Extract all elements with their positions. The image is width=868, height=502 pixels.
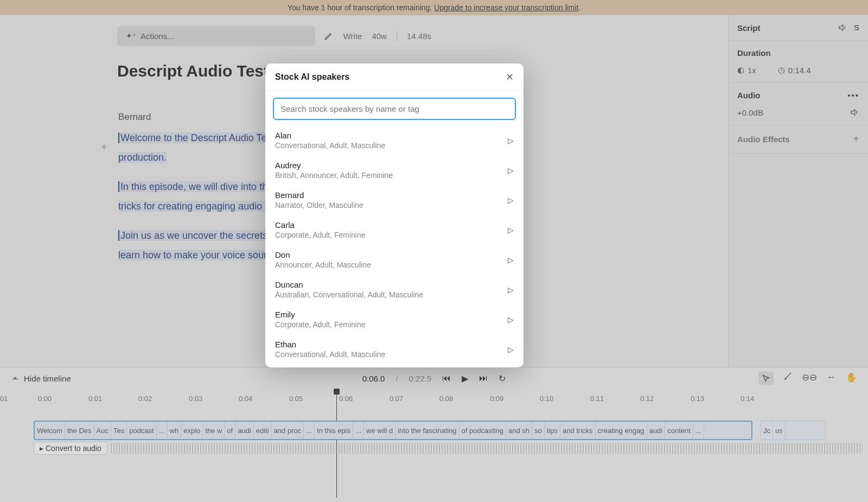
ruler-tick: 0:07 [390, 395, 403, 403]
ruler-tick: 0:00 [38, 395, 52, 403]
ruler-tick: 0:08 [439, 395, 453, 403]
ruler-tick: 0:13 [691, 395, 704, 403]
clip-word[interactable]: Tes [111, 422, 127, 439]
speaker-name: Carla [275, 220, 366, 230]
clip-word[interactable]: ... [353, 422, 364, 439]
search-input[interactable] [273, 98, 516, 120]
play-preview-button[interactable]: ▷ [508, 315, 514, 324]
blade-tool-button[interactable] [783, 372, 792, 385]
speaker-item[interactable]: EmilyCorporate, Adult, Feminine▷ [265, 304, 524, 334]
speaker-item[interactable]: DuncanAustralian, Conversational, Adult,… [265, 275, 524, 304]
clip-word[interactable]: and tricks [560, 422, 596, 439]
speaker-name: Audrey [275, 161, 393, 170]
convert-to-audio-button[interactable]: ▸ Convert to audio [34, 442, 107, 455]
s-badge[interactable]: S [854, 23, 859, 33]
current-time: 0:06.0 [362, 374, 385, 383]
actions-button[interactable]: ✦⁺ Actions... [117, 26, 315, 46]
speaker-tags: Australian, Conversational, Adult, Mascu… [275, 290, 423, 299]
speaker-item[interactable]: EthanConversational, Adult, Masculine▷ [265, 334, 524, 364]
hide-timeline-button[interactable]: Hide timeline [11, 374, 71, 383]
stretch-tool-button[interactable]: ↔ [827, 372, 836, 385]
clip-word[interactable]: and sh [506, 422, 532, 439]
volume-icon[interactable] [850, 107, 859, 117]
speaker-item[interactable]: CarlaCorporate, Adult, Feminine▷ [265, 215, 524, 245]
clip-word[interactable]: us [773, 421, 786, 440]
clip-word[interactable]: the Des [65, 422, 94, 439]
select-tool-button[interactable] [758, 372, 774, 385]
plus-icon[interactable]: + [853, 133, 859, 145]
clip-word[interactable]: Jc [761, 421, 773, 440]
ruler-tick: 0:06 [339, 395, 353, 403]
clip-word[interactable]: content [665, 422, 693, 439]
clip-word[interactable]: ... [693, 422, 704, 439]
play-preview-button[interactable]: ▷ [508, 285, 514, 294]
speaker-name: Don [275, 250, 371, 259]
clip-word[interactable]: the w [203, 422, 225, 439]
speaker-tags: Conversational, Adult, Masculine [275, 350, 385, 359]
speaker-name: Alan [275, 131, 385, 140]
convert-label: Convert to audio [46, 444, 101, 453]
auto-tool-button[interactable]: ⊖⊖ [802, 372, 817, 385]
actions-label: Actions... [141, 31, 174, 41]
clip-word[interactable]: so [532, 422, 545, 439]
speaker-item[interactable]: AlanConversational, Adult, Masculine▷ [265, 125, 524, 155]
clip-word[interactable]: Welcom [35, 422, 65, 439]
clip-word[interactable]: into the fascinating [395, 422, 459, 439]
clip-word[interactable]: we will d [364, 422, 395, 439]
play-preview-button[interactable]: ▷ [508, 226, 514, 234]
play-preview-button[interactable]: ▷ [508, 256, 514, 264]
skip-back-button[interactable]: ⏮ [442, 373, 451, 383]
clip-word[interactable]: wh [168, 422, 182, 439]
clip-word[interactable]: tips [545, 422, 560, 439]
add-block-button[interactable]: + [101, 141, 107, 154]
clip-word[interactable]: audi [647, 422, 666, 439]
hand-tool-button[interactable]: ✋ [846, 372, 857, 385]
play-preview-button[interactable]: ▷ [508, 196, 514, 205]
clip-word[interactable]: and proc [272, 422, 304, 439]
banner-text-after: . [578, 3, 580, 12]
clip-word[interactable]: of [225, 422, 235, 439]
play-button[interactable]: ▶ [462, 373, 468, 384]
ruler-tick: 0:14 [741, 395, 754, 403]
clip-word[interactable]: ... [157, 422, 168, 439]
clip-word[interactable]: editi [254, 422, 272, 439]
play-preview-button[interactable]: ▷ [508, 166, 514, 175]
text-clip-track[interactable]: Jcus [761, 421, 826, 440]
write-label[interactable]: Write [343, 31, 362, 41]
clip-word[interactable]: of podcasting [459, 422, 506, 439]
speaker-item[interactable]: GabiPromotional, Adult, Feminine▷ [265, 364, 524, 367]
properties-panel: Script S Duration ◐1x ◷0:14.4 Audio ••• … [728, 15, 868, 367]
speaker-item[interactable]: BernardNarrator, Older, Masculine▷ [265, 185, 524, 215]
play-preview-button[interactable]: ▷ [508, 345, 514, 354]
script-heading: Script [737, 23, 761, 33]
clip-word[interactable]: podcast [127, 422, 157, 439]
clip-word[interactable]: In this epis [315, 422, 353, 439]
ruler-tick: 0:05 [289, 395, 303, 403]
close-icon[interactable]: ✕ [506, 71, 514, 83]
more-icon[interactable]: ••• [847, 91, 859, 100]
clip-word[interactable]: ... [304, 422, 315, 439]
clip-word[interactable]: explo [181, 422, 203, 439]
volume-icon[interactable] [838, 23, 847, 33]
speaker-item[interactable]: AudreyBritish, Announcer, Adult, Feminin… [265, 155, 524, 185]
modal-title: Stock AI speakers [275, 72, 349, 82]
clip-word[interactable]: creating engag [596, 422, 647, 439]
clip-word[interactable]: Auc [94, 422, 111, 439]
speed-value[interactable]: 1x [748, 66, 756, 75]
collapse-icon [11, 374, 20, 383]
speaker-item[interactable]: DonAnnouncer, Adult, Masculine▷ [265, 245, 524, 275]
speaker-list[interactable]: AlanConversational, Adult, Masculine▷Aud… [265, 123, 524, 367]
text-clip-track[interactable]: Welcomthe DesAucTespodcast...whexplothe … [34, 421, 752, 440]
play-preview-button[interactable]: ▷ [508, 136, 514, 145]
pen-icon [324, 31, 334, 41]
time-ruler[interactable]: 010:000:010:020:030:040:050:060:070:080:… [0, 389, 868, 410]
chevron-right-icon: ▸ [40, 444, 43, 453]
loop-button[interactable]: ↻ [499, 373, 506, 384]
speed-icon: ◐ [737, 65, 744, 75]
skip-forward-button[interactable]: ⏭ [479, 373, 488, 383]
ruler-tick: 0:04 [239, 395, 252, 403]
upgrade-link[interactable]: Upgrade to increase your transcription l… [434, 3, 578, 12]
gain-value[interactable]: +0.0dB [737, 108, 763, 117]
hide-timeline-label: Hide timeline [24, 374, 71, 383]
clip-word[interactable]: audi [235, 422, 254, 439]
